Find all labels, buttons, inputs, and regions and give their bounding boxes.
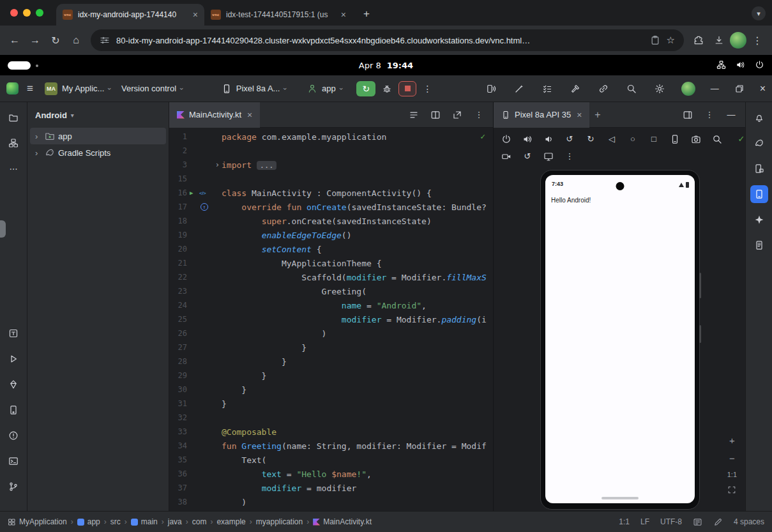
tab-search-button[interactable]: ▾ xyxy=(752,6,766,20)
code-line-38[interactable]: 38 ) xyxy=(169,495,493,509)
gesture-nav-pill[interactable] xyxy=(602,497,639,499)
app-quality-insights-button[interactable] xyxy=(4,376,22,393)
project-view-header[interactable]: Android ▾ xyxy=(27,102,169,128)
readonly-toggle-icon[interactable] xyxy=(713,517,723,527)
editor-tab-mainactivity[interactable]: MainActivity.kt × xyxy=(169,102,260,128)
code-line-29[interactable]: 29 } xyxy=(169,369,493,383)
tab-close-button[interactable]: × xyxy=(341,10,346,20)
device-streaming-button[interactable] xyxy=(485,82,497,95)
rotate-left-button[interactable]: ↺ xyxy=(563,133,576,146)
rotate-right-button[interactable]: ↻ xyxy=(584,133,597,146)
site-info-icon[interactable] xyxy=(100,35,110,45)
display-mode-button[interactable] xyxy=(542,150,555,163)
code-line-33[interactable]: 33@Composable xyxy=(169,425,493,439)
run-gutter-icon[interactable]: ▶ xyxy=(190,190,193,196)
breadcrumb-item[interactable]: MyApplication xyxy=(8,517,67,526)
code-line-25[interactable]: 25 modifier = Modifier.padding(i xyxy=(169,312,493,326)
code-line-26[interactable]: 26 ) xyxy=(169,326,493,340)
minimize-button[interactable]: — xyxy=(725,109,738,121)
code-line-18[interactable]: 18 super.onCreate(savedInstanceState) xyxy=(169,214,493,228)
list-files-button[interactable] xyxy=(407,109,420,121)
tab-close-button[interactable]: × xyxy=(247,110,252,120)
resource-manager-button[interactable] xyxy=(4,134,22,152)
device-tab-pixel8a[interactable]: Pixel 8a API 35 × xyxy=(494,102,589,128)
zoom-mode-button[interactable] xyxy=(711,133,723,146)
browser-menu-button[interactable]: ⋮ xyxy=(748,31,767,50)
inspection-ok-icon[interactable]: ✓ xyxy=(480,132,485,141)
project-button[interactable] xyxy=(4,109,22,126)
power-button[interactable] xyxy=(500,133,513,146)
code-line-22[interactable]: 22 Scaffold(modifier = Modifier.fillMaxS xyxy=(169,270,493,284)
profiler-button[interactable] xyxy=(4,350,22,368)
tree-item-app[interactable]: ›app xyxy=(30,128,166,144)
breadcrumb-item[interactable]: main xyxy=(131,517,158,526)
caret-position[interactable]: 1:1 xyxy=(619,517,630,526)
address-bar[interactable]: 80-idx-my-android-app-1744140290428.clus… xyxy=(91,29,684,51)
logcat-button[interactable] xyxy=(750,236,768,254)
ide-minimize-button[interactable]: — xyxy=(711,84,719,93)
breadcrumb-item[interactable]: src xyxy=(110,517,121,526)
indent-setting[interactable]: 4 spaces xyxy=(734,517,764,526)
volume-icon[interactable] xyxy=(736,60,745,70)
assistant-button[interactable] xyxy=(513,82,526,95)
breadcrumb-item[interactable]: example xyxy=(216,517,245,526)
reader-mode-icon[interactable] xyxy=(693,517,702,527)
device-explorer-button[interactable] xyxy=(750,160,768,178)
breadcrumb-item[interactable]: app xyxy=(77,517,100,526)
code-line-17[interactable]: 17↑ override fun onCreate(savedInstanceS… xyxy=(169,200,493,214)
notifications-button[interactable] xyxy=(750,109,768,126)
breadcrumb-item[interactable]: myapplication xyxy=(256,517,303,526)
line-separator[interactable]: LF xyxy=(640,517,649,526)
tab-close-button[interactable]: × xyxy=(577,110,582,120)
tree-item-gradle-scripts[interactable]: ›Gradle Scripts xyxy=(30,144,166,161)
more-tools-button[interactable]: ⋯ xyxy=(4,160,22,178)
main-menu-button[interactable]: ≡ xyxy=(27,82,33,95)
stop-button[interactable] xyxy=(398,81,416,96)
zoom-out-button[interactable]: − xyxy=(729,453,735,464)
volume-down-button[interactable] xyxy=(542,133,555,146)
breadcrumb-item[interactable]: MainActivity.kt xyxy=(313,517,372,526)
downloads-button[interactable] xyxy=(709,31,729,50)
browser-tab[interactable]: vncidx-test-1744140517915:1 (us× xyxy=(204,4,352,26)
split-editor-button[interactable] xyxy=(429,109,442,121)
code-line-16[interactable]: 16▶</>class MainActivity : ComponentActi… xyxy=(169,186,493,200)
debug-button[interactable] xyxy=(382,84,392,94)
build-button[interactable] xyxy=(569,82,582,95)
code-line-30[interactable]: 30 } xyxy=(169,383,493,397)
vcs-widget[interactable]: Version control › xyxy=(116,81,188,96)
more-button[interactable]: ⋮ xyxy=(473,109,485,121)
problems-button[interactable] xyxy=(4,427,22,445)
code-line-31[interactable]: 31} xyxy=(169,397,493,411)
bookmark-star-icon[interactable]: ☆ xyxy=(667,34,675,46)
code-line-21[interactable]: 21 MyApplicationTheme { xyxy=(169,256,493,270)
ide-maximize-button[interactable] xyxy=(734,84,745,94)
forward-button[interactable]: → xyxy=(26,31,45,50)
version-control-button[interactable] xyxy=(4,478,22,496)
snapshot-button[interactable]: ↺ xyxy=(521,150,534,163)
home-button[interactable]: ○ xyxy=(626,133,639,146)
panel-layout-button[interactable] xyxy=(681,109,694,121)
breadcrumb-item[interactable]: java xyxy=(168,517,182,526)
close-window-button[interactable] xyxy=(10,9,18,17)
network-icon[interactable] xyxy=(716,60,726,70)
code-line-23[interactable]: 23 Greeting( xyxy=(169,284,493,298)
vnc-control-handle[interactable] xyxy=(8,61,31,70)
expand-chevron-icon[interactable]: › xyxy=(35,148,42,158)
code-line-37[interactable]: 37 modifier = modifier xyxy=(169,481,493,495)
run-config-selector[interactable]: app › xyxy=(302,81,347,96)
ide-close-button[interactable]: × xyxy=(760,83,766,95)
code-line-15[interactable]: 15 xyxy=(169,172,493,186)
back-button[interactable]: ← xyxy=(5,31,24,50)
emulator-screen[interactable]: 7:43 Hello Android! xyxy=(545,175,695,503)
zoom-in-button[interactable]: + xyxy=(729,435,735,446)
task-list-button[interactable] xyxy=(541,82,554,95)
code-line-19[interactable]: 19 enableEdgeToEdge() xyxy=(169,228,493,242)
code-line-27[interactable]: 27 } xyxy=(169,340,493,354)
tab-close-button[interactable]: × xyxy=(193,10,198,20)
more-button[interactable]: ⋮ xyxy=(703,109,716,121)
user-avatar[interactable] xyxy=(681,82,695,96)
vnc-sidebar-handle[interactable] xyxy=(0,220,6,238)
compose-gutter-icon[interactable]: </> xyxy=(199,190,206,196)
file-encoding[interactable]: UTF-8 xyxy=(660,517,682,526)
project-widget[interactable]: MA My Applic... › xyxy=(40,80,116,98)
